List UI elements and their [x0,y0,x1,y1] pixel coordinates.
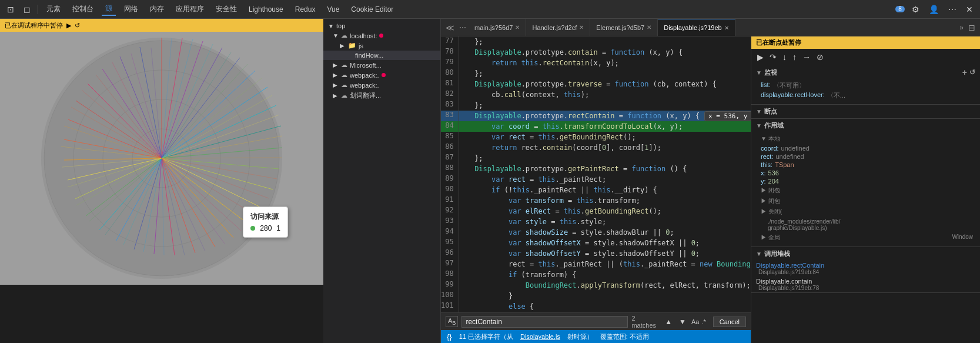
radial-chart [35,32,288,285]
security-btn[interactable]: 安全性 [212,3,240,15]
watch-item: displayable.rectHover: 〈不... [761,91,973,101]
tab-more-end[interactable]: » [957,24,966,32]
search-cancel-btn[interactable]: Cancel [713,317,746,327]
callstack-item[interactable]: Displayable.rectContain Displayable.js?1… [751,261,980,277]
line-content: var shadowOffsetY = style.shadowOffsetY … [459,248,751,259]
search-prev-btn[interactable]: ▲ [663,318,674,326]
tooltip-title: 访问来源 [250,212,280,222]
tab-more-btn[interactable]: ⋯ [457,24,469,32]
match-case-btn[interactable]: Aa [691,318,699,325]
tree-item-top[interactable]: ▼ top [323,21,440,31]
tree-item-webpack1[interactable]: ▶ ☁ webpack:. [323,70,440,80]
console-btn[interactable]: 控制台 [69,3,97,15]
line-number: 79 [441,58,459,68]
gear-icon[interactable]: ⚙ [909,4,922,15]
line-number: 77 [441,36,459,47]
search-input[interactable] [461,316,628,328]
table-row: 92 var elRect = this.getBoundingRect(); [441,206,751,217]
line-number: 90 [441,185,459,195]
deactivate-btn[interactable]: ⊘ [815,51,825,63]
tab-left-arrow[interactable]: ≪ [443,23,457,32]
watch-refresh-btn[interactable]: ↺ [969,68,975,76]
scope-item: x: 536 [761,169,973,177]
tab-close[interactable]: ✕ [724,25,729,31]
line-content: } [459,291,751,301]
line-content: }; [459,36,751,47]
close-icon[interactable]: ✕ [964,4,975,15]
scope-global-value: Window [952,234,973,242]
play-icon[interactable]: ▶ [66,22,71,29]
vue-btn[interactable]: Vue [323,4,343,15]
tab-bar: ≪ ⋯ main.js?56d7 ✕ Handler.js?d2cf ✕ Ele… [441,19,980,36]
arrow-icon: ▶ [333,82,339,88]
line-number: 92 [441,206,459,217]
search-ab-icon[interactable]: AB [446,316,458,327]
tree-item-webpack2[interactable]: ▶ ☁ webpack:. [323,80,440,90]
left-section: 已在调试程序中暂停 ▶ ↺ /* SVG lines generated bel… [0,19,323,343]
lighthouse-btn[interactable]: Lighthouse [245,4,287,15]
sources-btn[interactable]: 源 [102,2,116,16]
search-options: Aa .* [691,318,706,325]
network-btn[interactable]: 网络 [121,3,142,15]
callstack-item[interactable]: Displayable.contain Displayable.js?19eb:… [751,277,980,292]
line-content: Displayable.prototype.getPaintRect = fun… [459,164,751,174]
cloud-icon: ☁ [341,92,347,99]
code-and-right: 77 }; 78 Displayable.prototype.contain =… [441,36,980,343]
profile-icon[interactable]: 👤 [927,4,941,15]
tab-main[interactable]: main.js?56d7 ✕ [469,19,526,36]
tree-item-microsoft[interactable]: ▶ ☁ Microsoft... [323,60,440,70]
tab-close[interactable]: ✕ [579,24,584,31]
tab-displayable[interactable]: Displayable.js?19eb ✕ [658,19,735,36]
tree-item-localhost[interactable]: ▼ ☁ localhost: [323,31,440,41]
watch-header[interactable]: ▼ 监视 + ↺ [751,65,980,79]
status-file-link[interactable]: Displayable.js [520,333,560,340]
scope-header[interactable]: ▼ 作用域 [751,119,980,132]
tree-item-findhow[interactable]: findHow... [323,51,440,60]
callstack-header[interactable]: ▼ 调用堆栈 [751,247,980,261]
search-match-count: 2 matches [631,315,660,329]
status-chars: 11 已选择字符（从 [459,332,513,341]
tab-element[interactable]: Element.js?d5b7 ✕ [590,19,658,36]
scope-content: ▼ 本地 coord: undefined rect: undefined [751,132,980,247]
more-icon[interactable]: ⋯ [946,4,959,15]
line-number: 84 [441,121,459,132]
line-content: var elRect = this.getBoundingRect(); [459,206,751,217]
watch-add-btn[interactable]: + [962,68,967,77]
tab-close[interactable]: ✕ [647,24,651,31]
refresh-icon[interactable]: ↺ [75,22,80,29]
tab-close[interactable]: ✕ [515,24,520,31]
prop-value: TSpan [775,161,794,168]
tree-item-fanyi[interactable]: ▶ ☁ 划词翻译... [323,90,440,101]
line-content: return rect.contain(coord[0], coord[1]); [459,142,751,153]
prop-name: coord: [761,145,779,152]
breakpoints-header[interactable]: ▼ 断点 [751,105,980,118]
table-row-highlighted: 83 Displayable.prototype.rectContain = f… [441,111,751,121]
tree-item-js[interactable]: ▶ 📁 js [323,41,440,51]
cursor-icon[interactable]: ⊡ [5,4,16,15]
line-content: var style = this.style; [459,217,751,227]
panel-split-btn[interactable]: ⊟ [966,23,978,32]
cookie-editor-btn[interactable]: Cookie Editor [347,4,397,15]
regex-btn[interactable]: .* [701,318,705,325]
tree-label: 划词翻译... [350,91,381,100]
search-next-btn[interactable]: ▼ [677,318,688,326]
step-into-btn[interactable]: ↓ [781,51,788,63]
step-over-btn[interactable]: ↷ [768,51,778,63]
code-area[interactable]: 77 }; 78 Displayable.prototype.contain =… [441,36,751,312]
elements-btn[interactable]: 元素 [43,3,64,15]
resume-btn[interactable]: ▶ [756,51,765,63]
memory-btn[interactable]: 内存 [146,3,168,15]
table-row: 81 Displayable.prototype.traverse = func… [441,79,751,89]
table-row: 100 } [441,291,751,301]
prop-value: 204 [768,178,779,185]
application-btn[interactable]: 应用程序 [172,3,208,15]
status-icon[interactable]: {} [447,332,452,341]
watch-item: list: 〈不可用〉 [761,81,973,91]
tab-handler[interactable]: Handler.js?d2cf ✕ [526,19,590,36]
redux-btn[interactable]: Redux [292,4,319,15]
canvas-area: /* SVG lines generated below */ [0,32,323,285]
step-out-btn[interactable]: ↑ [791,51,798,63]
arrow-icon: ▼ [756,108,762,115]
mobile-icon[interactable]: ◻ [21,4,33,15]
step-btn[interactable]: → [801,51,812,63]
